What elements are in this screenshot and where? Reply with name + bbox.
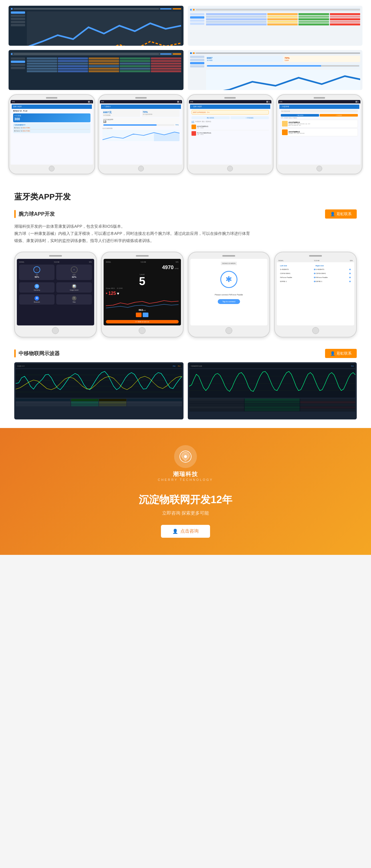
- iot-contact-button[interactable]: 👤 彩虹联系: [325, 349, 357, 358]
- bt-phone-home-4[interactable]: [312, 327, 319, 334]
- fake-chart: [27, 11, 181, 46]
- dashboard-dark-2: [8, 50, 183, 90]
- footer-logo: 潮瑞科技 CHERRY TECHNOLOGY: [158, 445, 213, 482]
- bt-menu-operating[interactable]: ⚙ Operating: [19, 282, 55, 292]
- battery-text-2: 52%: [175, 261, 178, 263]
- phone-3: 9:41 ▌▌ ● ‹ 贺村小程序 距离下次申请首还有：3 ✕: [187, 94, 273, 174]
- mini-chart: [102, 130, 180, 141]
- back-arrow-3: ‹: [192, 105, 192, 108]
- dash-dot: [193, 9, 195, 10]
- dashboard-light-2: 6987 本月销售 70% 完成率: [188, 50, 363, 90]
- title-bar-decoration: [14, 210, 16, 218]
- progress-fill: [207, 65, 322, 67]
- phone-home-button-4[interactable]: [316, 166, 322, 172]
- product-detail-row-2: 娃哈哈乳酸菌饮品 商品编码: 3301 | 规格: 840H#81: [282, 129, 357, 135]
- phone-home-button[interactable]: [49, 166, 55, 172]
- table-cell: [58, 57, 88, 59]
- phone-home-button-3[interactable]: [227, 166, 233, 172]
- table-cell: [206, 21, 267, 23]
- iot-cell: [244, 406, 300, 409]
- table-cell: [27, 57, 57, 59]
- iot-title-bar: [14, 349, 16, 358]
- bt-menu-grid: ⚙ Operating 📊 Usage record ✱ Bluetooth: [19, 282, 92, 305]
- device-name-4: E0F8E-1: [280, 281, 312, 282]
- gmax-display: Gmax 4813 G 2240: [106, 287, 179, 289]
- table-row: [206, 16, 361, 18]
- bt-connect-status-bar: SIGNAL 5:10 AM 52%: [221, 262, 237, 265]
- gmax-label: Gmax 4813: [106, 287, 115, 289]
- iot-cell: [16, 399, 70, 401]
- dash-line: [173, 54, 181, 55]
- table-cell: [89, 57, 119, 59]
- iot-btn-1: 开始: [173, 365, 175, 367]
- table-cell: [299, 24, 329, 25]
- subsection-title-text: 腕力球APP开发: [19, 211, 55, 217]
- product-info-1: 娃哈哈乳酸菌饮品 订价：100元: [197, 125, 269, 129]
- table-cell: [120, 63, 150, 65]
- status-time-4: 9:41: [280, 101, 282, 102]
- action-btns-2: ✓ 确认送货品 + 1元送送品 补齐 | 补货提单 | 配送 | 不能配送: [279, 114, 360, 119]
- dashboard-content: [11, 11, 181, 46]
- tap-to-connect-button[interactable]: Tap to connect: [218, 299, 240, 304]
- footer-headline: 沉淀物联网开发12年: [139, 493, 232, 507]
- product-list: 娃哈哈乳酸菌饮品 订价：100元 可口可乐无糖饮料饮品 订价：100元: [190, 124, 270, 136]
- table-cell: [267, 24, 298, 25]
- bt-phone-screen-4: SIGNAL 5:10 AM 52% Left Unit S-450B4T5 ✱: [277, 259, 354, 326]
- iot-contact-label: 彩虹联系: [337, 351, 351, 356]
- slide-bar[interactable]: >> Slide to turn on: [106, 320, 179, 323]
- desc-line3: 锻炼、康复训练时，实时的监控训练参数。指导人们进行科学的锻炼或者训练。: [14, 238, 154, 243]
- contact-button[interactable]: 👤 彩虹联系: [325, 210, 357, 219]
- cta-icon: 👤: [172, 529, 178, 534]
- right-unit-symbol: R: [74, 269, 75, 271]
- iot-cell: [244, 399, 300, 401]
- bt-phone-home-1[interactable]: [52, 327, 59, 334]
- rpm-value: 4970: [162, 265, 173, 271]
- bt-phone-home-3[interactable]: [226, 327, 232, 334]
- device-signal: SIGNAL: [278, 260, 283, 261]
- desc-line1: 潮瑞科技开发的一款体育康复训练APP，包含安卓和IOS版本。: [14, 224, 125, 228]
- product-detail-list: 娃哈哈乳酸菌饮品 商品编码: 3301 | 规格: 840H#81 | 箱：2C…: [279, 119, 360, 137]
- iot-cell: [300, 399, 355, 401]
- bt-menu-usage[interactable]: 📊 Usage record: [56, 282, 92, 292]
- bt-menu-help[interactable]: ? Help: [56, 294, 92, 305]
- battery-text: 5:10 AM: [54, 261, 59, 263]
- stat-detail: 本月完成品牌率 13 75%: [102, 118, 180, 127]
- table-row: [27, 63, 181, 65]
- delivery-header: 贺村小程序: [12, 104, 92, 109]
- phone-home-button-2[interactable]: [138, 166, 144, 172]
- dash-line: [196, 9, 361, 10]
- page-title-order: 贺村小程序: [193, 105, 202, 108]
- heart-icon: ♥: [106, 292, 108, 295]
- iot-subsection-header: 中移物联网示波器 👤 彩虹联系: [14, 349, 357, 358]
- up-arrow: [143, 313, 148, 317]
- iot-cell: [189, 401, 244, 403]
- footer-cta-button[interactable]: 👤 点击咨询: [161, 525, 210, 538]
- dash-dot: [193, 52, 195, 54]
- product-thumb-1: [282, 121, 288, 127]
- search-box: 输入商品名称: [281, 110, 358, 113]
- sidebar-item: [190, 16, 204, 19]
- table-cell: [151, 70, 181, 72]
- connect-signal: SIGNAL: [222, 262, 228, 264]
- iot-cell: [16, 404, 70, 406]
- bt-menu-bluetooth[interactable]: ✱ Bluetooth: [19, 294, 55, 305]
- table-cell: [58, 65, 88, 67]
- progress-pct: 75%: [175, 124, 179, 126]
- fake-main: [27, 11, 181, 46]
- table-cell: [58, 60, 88, 62]
- bt-phone-2: SIGNAL 5:10 AM 52% 4970 RPM Level 5 Gmax…: [101, 252, 183, 337]
- sidebar-item: [190, 20, 204, 22]
- table-row: [206, 21, 361, 23]
- phone-content-2: ‹ 门店统计 6987元 本月销售额 70% 月计划12325率: [100, 103, 182, 164]
- rpm-display: 4970 RPM: [106, 265, 179, 271]
- bt-phone-4: SIGNAL 5:10 AM 52% Left Unit S-450B4T5 ✱: [274, 252, 357, 337]
- bt-phone-3: SIGNAL 5:10 AM 52% ✱ Please connect FitF…: [188, 252, 270, 337]
- table-cell: [27, 60, 57, 62]
- table-cell: [27, 68, 57, 70]
- delivery-header-4: ‹ 补货详情: [279, 104, 360, 109]
- bluetooth-icon: ✱: [35, 296, 39, 301]
- heart-icon-2: ♥: [117, 291, 119, 296]
- product-item-2: 可口可乐无糖饮料饮品 订价：100元: [192, 130, 269, 136]
- bt-phone-home-2[interactable]: [139, 327, 145, 334]
- bluetooth-phones-grid: SIGNAL 5:10 AM 52% L ON 50%: [14, 252, 357, 337]
